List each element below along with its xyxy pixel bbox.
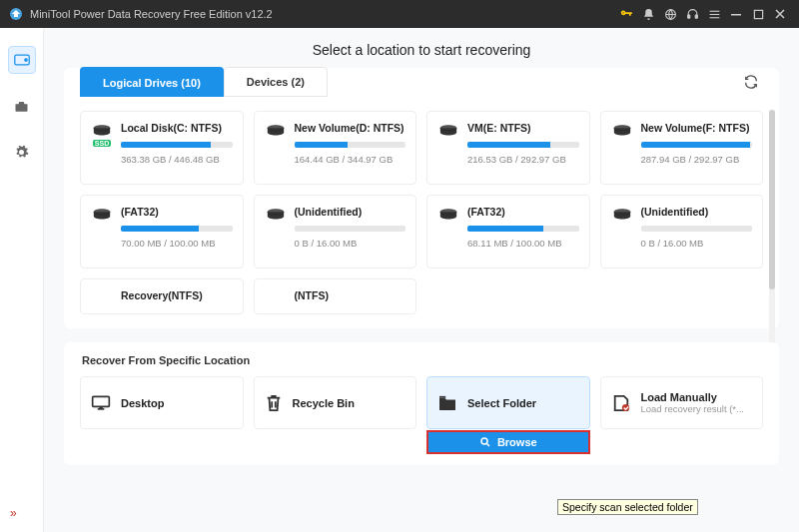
location-desktop[interactable]: Desktop (80, 376, 244, 429)
scrollbar-thumb[interactable] (769, 110, 775, 289)
drive-size: 0 B / 16.00 MB (641, 238, 753, 249)
svg-point-35 (481, 438, 487, 444)
location-recycle-bin[interactable]: Recycle Bin (254, 376, 417, 429)
svg-rect-5 (709, 13, 719, 14)
usage-bar (295, 226, 406, 232)
location-select-folder[interactable]: Select Folder Browse (426, 376, 590, 429)
location-label: Load Manually (641, 391, 745, 403)
drive-card[interactable]: (Unidentified)0 B / 16.00 MB (254, 195, 417, 268)
key-icon[interactable] (615, 3, 637, 25)
app-title: MiniTool Power Data Recovery Free Editio… (30, 8, 615, 20)
drive-icon (266, 208, 286, 222)
drive-icon (612, 208, 632, 222)
drive-card[interactable]: VM(E: NTFS)216.53 GB / 292.97 GB (426, 111, 590, 185)
titlebar: MiniTool Power Data Recovery Free Editio… (0, 0, 799, 28)
location-label: Select Folder (467, 397, 536, 409)
drive-name: (FAT32) (121, 206, 233, 218)
drive-card[interactable]: (NTFS) (254, 278, 417, 314)
headset-icon[interactable] (681, 3, 703, 25)
usage-bar (641, 226, 753, 232)
drive-icon (438, 208, 458, 222)
source-tabs: Logical Drives (10) Devices (2) (80, 68, 763, 97)
menu-icon[interactable] (703, 3, 725, 25)
drive-grid-overflow: Recovery(NTFS)(NTFS) (80, 278, 763, 314)
drive-card[interactable]: New Volume(D: NTFS)164.44 GB / 344.97 GB (254, 111, 417, 185)
usage-bar (467, 142, 579, 148)
locations-panel: Recover From Specific Location Desktop R… (64, 342, 779, 465)
drive-size: 363.38 GB / 446.48 GB (121, 154, 233, 165)
sidebar-item-toolbox[interactable] (8, 92, 36, 120)
location-sublabel: Load recovery result (*... (641, 403, 745, 414)
location-load-manually[interactable]: Load Manually Load recovery result (*... (600, 376, 764, 429)
tab-devices[interactable]: Devices (2) (224, 67, 328, 97)
svg-rect-3 (695, 15, 697, 18)
drive-card[interactable]: SSDLocal Disk(C: NTFS)363.38 GB / 446.48… (80, 111, 244, 185)
svg-rect-31 (93, 396, 110, 406)
search-icon (479, 436, 491, 448)
drive-name: (FAT32) (467, 206, 579, 218)
usage-bar (467, 226, 579, 232)
usage-bar (121, 226, 233, 232)
drive-name: New Volume(F: NTFS) (641, 122, 753, 134)
bell-icon[interactable] (637, 3, 659, 25)
usage-bar (295, 142, 406, 148)
sidebar-item-recover[interactable] (8, 46, 36, 74)
folder-icon (437, 395, 457, 411)
svg-rect-4 (709, 10, 719, 11)
maximize-button[interactable] (747, 3, 769, 25)
drive-name: (Unidentified) (295, 206, 406, 218)
drive-icon (266, 124, 286, 138)
sidebar-item-settings[interactable] (8, 138, 36, 166)
browse-button[interactable]: Browse (426, 430, 590, 454)
ssd-badge: SSD (93, 140, 111, 147)
drive-name: (NTFS) (295, 289, 406, 301)
drive-name: Local Disk(C: NTFS) (121, 122, 233, 134)
document-icon (611, 394, 631, 412)
drive-name: New Volume(D: NTFS) (295, 122, 406, 134)
scrollbar[interactable] (769, 110, 775, 349)
svg-rect-33 (99, 406, 102, 408)
drive-icon (92, 124, 112, 138)
sidebar: » (0, 28, 44, 532)
content-area: Select a location to start recovering Lo… (44, 28, 799, 532)
location-label: Desktop (121, 397, 164, 409)
svg-rect-32 (98, 408, 105, 410)
drive-card[interactable]: New Volume(F: NTFS)287.94 GB / 292.97 GB (600, 111, 764, 185)
drive-card[interactable]: (Unidentified)0 B / 16.00 MB (600, 195, 764, 268)
drive-card[interactable]: Recovery(NTFS) (80, 278, 244, 314)
locations-title: Recover From Specific Location (80, 342, 763, 366)
drive-name: (Unidentified) (641, 206, 753, 218)
refresh-button[interactable] (743, 74, 759, 90)
minimize-button[interactable] (725, 3, 747, 25)
sidebar-collapse-icon[interactable]: » (10, 506, 17, 520)
svg-rect-34 (439, 395, 445, 397)
drive-size: 216.53 GB / 292.97 GB (467, 154, 579, 165)
drive-name: Recovery(NTFS) (121, 289, 233, 301)
drive-size: 0 B / 16.00 MB (295, 238, 406, 249)
drive-size: 68.11 MB / 100.00 MB (467, 238, 579, 249)
browse-label: Browse (497, 436, 537, 448)
locations-grid: Desktop Recycle Bin Select Folder Browse (80, 376, 763, 429)
app-logo-icon (8, 6, 24, 22)
svg-rect-8 (754, 10, 762, 18)
desktop-icon (91, 394, 111, 412)
globe-icon[interactable] (659, 3, 681, 25)
drive-card[interactable]: (FAT32)70.00 MB / 100.00 MB (80, 195, 244, 268)
drive-card[interactable]: (FAT32)68.11 MB / 100.00 MB (426, 195, 590, 268)
location-label: Recycle Bin (293, 397, 355, 409)
drive-name: VM(E: NTFS) (467, 122, 579, 134)
drive-size: 164.44 GB / 344.97 GB (295, 154, 406, 165)
svg-rect-6 (709, 17, 719, 18)
close-button[interactable] (769, 3, 791, 25)
tooltip: Specify scan selected folder (557, 499, 698, 515)
drive-icon (612, 124, 632, 138)
svg-point-10 (24, 59, 26, 61)
svg-rect-7 (731, 14, 741, 16)
tab-logical-drives[interactable]: Logical Drives (10) (80, 67, 224, 97)
drive-icon (438, 124, 458, 138)
drive-size: 70.00 MB / 100.00 MB (121, 238, 233, 249)
drive-icon (92, 208, 112, 222)
svg-rect-2 (687, 15, 689, 18)
drive-size: 287.94 GB / 292.97 GB (641, 154, 753, 165)
drive-grid: SSDLocal Disk(C: NTFS)363.38 GB / 446.48… (80, 111, 763, 268)
